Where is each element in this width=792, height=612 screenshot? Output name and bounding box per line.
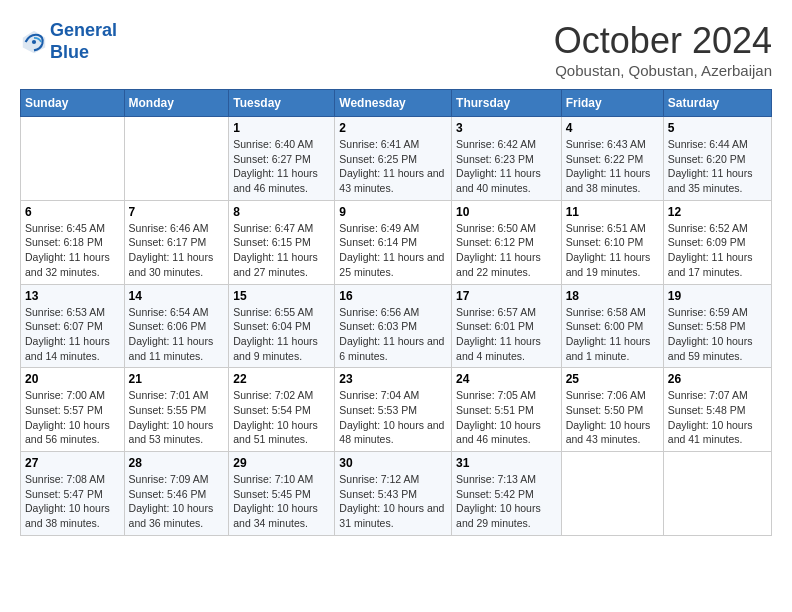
calendar-cell: 25Sunrise: 7:06 AM Sunset: 5:50 PM Dayli… [561, 368, 663, 452]
day-info: Sunrise: 7:13 AM Sunset: 5:42 PM Dayligh… [456, 472, 557, 531]
day-number: 7 [129, 205, 225, 219]
day-number: 11 [566, 205, 659, 219]
weekday-header: Wednesday [335, 90, 452, 117]
day-info: Sunrise: 6:59 AM Sunset: 5:58 PM Dayligh… [668, 305, 767, 364]
day-info: Sunrise: 6:42 AM Sunset: 6:23 PM Dayligh… [456, 137, 557, 196]
day-info: Sunrise: 7:06 AM Sunset: 5:50 PM Dayligh… [566, 388, 659, 447]
logo-general: General [50, 20, 117, 40]
day-info: Sunrise: 6:50 AM Sunset: 6:12 PM Dayligh… [456, 221, 557, 280]
calendar-cell: 13Sunrise: 6:53 AM Sunset: 6:07 PM Dayli… [21, 284, 125, 368]
day-number: 18 [566, 289, 659, 303]
day-number: 14 [129, 289, 225, 303]
calendar-cell: 27Sunrise: 7:08 AM Sunset: 5:47 PM Dayli… [21, 452, 125, 536]
day-number: 4 [566, 121, 659, 135]
calendar-cell: 17Sunrise: 6:57 AM Sunset: 6:01 PM Dayli… [452, 284, 562, 368]
day-info: Sunrise: 6:51 AM Sunset: 6:10 PM Dayligh… [566, 221, 659, 280]
calendar-cell: 22Sunrise: 7:02 AM Sunset: 5:54 PM Dayli… [229, 368, 335, 452]
title-block: October 2024 Qobustan, Qobustan, Azerbai… [554, 20, 772, 79]
day-info: Sunrise: 6:52 AM Sunset: 6:09 PM Dayligh… [668, 221, 767, 280]
day-info: Sunrise: 6:49 AM Sunset: 6:14 PM Dayligh… [339, 221, 447, 280]
day-info: Sunrise: 7:12 AM Sunset: 5:43 PM Dayligh… [339, 472, 447, 531]
calendar-cell: 21Sunrise: 7:01 AM Sunset: 5:55 PM Dayli… [124, 368, 229, 452]
month-title: October 2024 [554, 20, 772, 62]
day-number: 21 [129, 372, 225, 386]
day-info: Sunrise: 7:02 AM Sunset: 5:54 PM Dayligh… [233, 388, 330, 447]
calendar-cell: 14Sunrise: 6:54 AM Sunset: 6:06 PM Dayli… [124, 284, 229, 368]
calendar-cell: 24Sunrise: 7:05 AM Sunset: 5:51 PM Dayli… [452, 368, 562, 452]
day-number: 30 [339, 456, 447, 470]
calendar-cell: 11Sunrise: 6:51 AM Sunset: 6:10 PM Dayli… [561, 200, 663, 284]
day-number: 23 [339, 372, 447, 386]
calendar-cell: 28Sunrise: 7:09 AM Sunset: 5:46 PM Dayli… [124, 452, 229, 536]
weekday-header: Thursday [452, 90, 562, 117]
day-number: 10 [456, 205, 557, 219]
weekday-header: Friday [561, 90, 663, 117]
calendar-cell: 7Sunrise: 6:46 AM Sunset: 6:17 PM Daylig… [124, 200, 229, 284]
day-info: Sunrise: 6:43 AM Sunset: 6:22 PM Dayligh… [566, 137, 659, 196]
logo-icon [20, 28, 48, 56]
day-info: Sunrise: 7:00 AM Sunset: 5:57 PM Dayligh… [25, 388, 120, 447]
calendar-cell: 3Sunrise: 6:42 AM Sunset: 6:23 PM Daylig… [452, 117, 562, 201]
calendar-cell: 12Sunrise: 6:52 AM Sunset: 6:09 PM Dayli… [663, 200, 771, 284]
day-number: 26 [668, 372, 767, 386]
day-number: 8 [233, 205, 330, 219]
day-info: Sunrise: 7:08 AM Sunset: 5:47 PM Dayligh… [25, 472, 120, 531]
day-number: 16 [339, 289, 447, 303]
day-info: Sunrise: 6:40 AM Sunset: 6:27 PM Dayligh… [233, 137, 330, 196]
calendar-cell: 9Sunrise: 6:49 AM Sunset: 6:14 PM Daylig… [335, 200, 452, 284]
day-info: Sunrise: 6:41 AM Sunset: 6:25 PM Dayligh… [339, 137, 447, 196]
day-number: 3 [456, 121, 557, 135]
calendar-cell: 16Sunrise: 6:56 AM Sunset: 6:03 PM Dayli… [335, 284, 452, 368]
day-number: 12 [668, 205, 767, 219]
day-info: Sunrise: 6:54 AM Sunset: 6:06 PM Dayligh… [129, 305, 225, 364]
day-number: 20 [25, 372, 120, 386]
day-number: 25 [566, 372, 659, 386]
day-number: 1 [233, 121, 330, 135]
page-header: General Blue October 2024 Qobustan, Qobu… [20, 20, 772, 79]
day-info: Sunrise: 7:07 AM Sunset: 5:48 PM Dayligh… [668, 388, 767, 447]
calendar-cell: 15Sunrise: 6:55 AM Sunset: 6:04 PM Dayli… [229, 284, 335, 368]
calendar-cell: 8Sunrise: 6:47 AM Sunset: 6:15 PM Daylig… [229, 200, 335, 284]
day-info: Sunrise: 7:09 AM Sunset: 5:46 PM Dayligh… [129, 472, 225, 531]
svg-point-1 [32, 39, 36, 43]
day-number: 31 [456, 456, 557, 470]
calendar-cell: 26Sunrise: 7:07 AM Sunset: 5:48 PM Dayli… [663, 368, 771, 452]
calendar-cell: 20Sunrise: 7:00 AM Sunset: 5:57 PM Dayli… [21, 368, 125, 452]
day-number: 24 [456, 372, 557, 386]
day-info: Sunrise: 6:46 AM Sunset: 6:17 PM Dayligh… [129, 221, 225, 280]
calendar-cell: 31Sunrise: 7:13 AM Sunset: 5:42 PM Dayli… [452, 452, 562, 536]
day-info: Sunrise: 6:53 AM Sunset: 6:07 PM Dayligh… [25, 305, 120, 364]
location: Qobustan, Qobustan, Azerbaijan [554, 62, 772, 79]
day-info: Sunrise: 6:58 AM Sunset: 6:00 PM Dayligh… [566, 305, 659, 364]
day-info: Sunrise: 6:47 AM Sunset: 6:15 PM Dayligh… [233, 221, 330, 280]
logo: General Blue [20, 20, 117, 63]
day-number: 2 [339, 121, 447, 135]
day-number: 28 [129, 456, 225, 470]
calendar-cell: 4Sunrise: 6:43 AM Sunset: 6:22 PM Daylig… [561, 117, 663, 201]
day-number: 19 [668, 289, 767, 303]
day-number: 5 [668, 121, 767, 135]
day-number: 17 [456, 289, 557, 303]
day-info: Sunrise: 6:55 AM Sunset: 6:04 PM Dayligh… [233, 305, 330, 364]
weekday-header: Saturday [663, 90, 771, 117]
calendar-cell: 2Sunrise: 6:41 AM Sunset: 6:25 PM Daylig… [335, 117, 452, 201]
day-number: 29 [233, 456, 330, 470]
calendar-cell: 18Sunrise: 6:58 AM Sunset: 6:00 PM Dayli… [561, 284, 663, 368]
day-info: Sunrise: 7:10 AM Sunset: 5:45 PM Dayligh… [233, 472, 330, 531]
calendar-cell [124, 117, 229, 201]
calendar-table: SundayMondayTuesdayWednesdayThursdayFrid… [20, 89, 772, 536]
calendar-cell: 23Sunrise: 7:04 AM Sunset: 5:53 PM Dayli… [335, 368, 452, 452]
day-info: Sunrise: 7:05 AM Sunset: 5:51 PM Dayligh… [456, 388, 557, 447]
calendar-cell: 29Sunrise: 7:10 AM Sunset: 5:45 PM Dayli… [229, 452, 335, 536]
day-info: Sunrise: 7:01 AM Sunset: 5:55 PM Dayligh… [129, 388, 225, 447]
calendar-cell [561, 452, 663, 536]
day-info: Sunrise: 6:56 AM Sunset: 6:03 PM Dayligh… [339, 305, 447, 364]
day-number: 22 [233, 372, 330, 386]
calendar-cell: 5Sunrise: 6:44 AM Sunset: 6:20 PM Daylig… [663, 117, 771, 201]
day-info: Sunrise: 6:45 AM Sunset: 6:18 PM Dayligh… [25, 221, 120, 280]
day-info: Sunrise: 6:57 AM Sunset: 6:01 PM Dayligh… [456, 305, 557, 364]
weekday-header: Tuesday [229, 90, 335, 117]
calendar-cell: 10Sunrise: 6:50 AM Sunset: 6:12 PM Dayli… [452, 200, 562, 284]
day-number: 6 [25, 205, 120, 219]
calendar-cell: 1Sunrise: 6:40 AM Sunset: 6:27 PM Daylig… [229, 117, 335, 201]
